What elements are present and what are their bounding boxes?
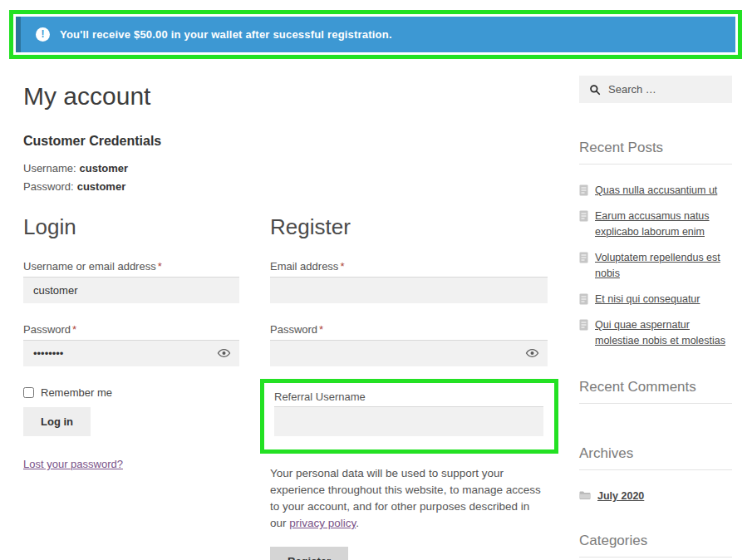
password-value: customer [77,180,126,193]
credential-username-line: Username:customer [23,162,556,174]
content-area: My account Customer Credentials Username… [0,59,752,560]
banner-highlight-box: ! You'll receive $50.00 in your wallet a… [9,10,742,59]
login-username-label-text: Username or email address [23,260,156,273]
register-password-label: Password* [270,323,548,336]
login-username-input[interactable] [23,277,239,303]
login-button[interactable]: Log in [23,407,91,436]
folder-icon [579,490,591,500]
document-icon [579,252,588,263]
referral-username-input[interactable] [274,406,543,436]
post-link[interactable]: Earum accusamus natus explicabo laborum … [595,209,732,240]
password-visibility-eye-icon[interactable] [217,346,231,360]
remember-me-row: Remember me [23,386,239,399]
register-email-label-text: Email address [270,260,338,273]
login-password-input[interactable] [23,340,239,366]
forms-row: Login Username or email address* Passwor… [23,214,556,560]
required-mark: * [340,260,344,273]
post-link[interactable]: Qui quae aspernatur molestiae nobis et m… [595,317,732,349]
sidebar: Recent Posts Quas nulla accusantium ut E… [579,76,732,560]
remember-me-checkbox[interactable] [23,387,34,398]
remember-me-label: Remember me [41,386,112,399]
document-icon [579,319,588,331]
lost-password-link[interactable]: Lost your password? [23,458,123,470]
login-password-label-text: Password [23,323,71,336]
register-email-label: Email address* [270,260,548,273]
required-mark: * [319,323,323,336]
post-link[interactable]: Et nisi qui consequatur [595,292,700,307]
list-item: Et nisi qui consequatur [579,292,732,307]
document-icon [579,184,588,196]
list-item: Voluptatem repellendus est nobis [579,250,732,282]
divider [579,403,732,404]
document-icon [579,210,588,222]
privacy-text-end: . [356,517,359,529]
register-button[interactable]: Register [270,547,348,560]
privacy-policy-link[interactable]: privacy policy [289,517,356,529]
login-username-field: Username or email address* [23,260,239,303]
login-password-field: Password* [23,323,239,366]
register-password-input[interactable] [270,340,548,366]
post-link[interactable]: Quas nulla accusantium ut [595,183,717,199]
list-item: Quas nulla accusantium ut [579,183,732,199]
post-link[interactable]: Voluptatem repellendus est nobis [595,250,732,282]
login-heading: Login [23,214,239,240]
archive-link[interactable]: July 2020 [597,489,644,504]
login-form: Login Username or email address* Passwor… [23,214,239,560]
divider [579,164,732,165]
search-icon [589,84,601,96]
search-input[interactable] [608,83,722,96]
archives-heading: Archives [579,445,732,462]
notice-text: You'll receive $50.00 in your wallet aft… [60,28,392,41]
credentials-heading: Customer Credentials [23,134,556,149]
list-item: July 2020 [579,489,732,504]
categories-widget: Categories [579,533,732,558]
register-password-field: Password* [270,323,548,366]
recent-posts-widget: Recent Posts Quas nulla accusantium ut E… [579,140,732,349]
register-email-field: Email address* [270,260,548,303]
password-visibility-eye-icon[interactable] [525,346,539,360]
required-mark: * [158,260,162,273]
register-form: Register Email address* Password* [270,214,548,560]
document-icon [579,293,588,305]
referral-username-label: Referral Username [274,391,543,403]
archives-list: July 2020 [579,489,732,504]
register-password-label-text: Password [270,323,317,336]
login-password-label: Password* [23,323,239,336]
categories-heading: Categories [579,533,732,549]
search-box[interactable] [579,76,732,103]
recent-posts-heading: Recent Posts [579,140,732,156]
list-item: Qui quae aspernatur molestiae nobis et m… [579,317,732,349]
privacy-notice: Your personal data will be used to suppo… [270,465,548,532]
register-heading: Register [270,214,548,240]
recent-comments-widget: Recent Comments [579,379,732,404]
username-label: Username: [23,162,76,174]
login-username-label: Username or email address* [23,260,239,273]
main-column: My account Customer Credentials Username… [23,76,556,560]
credential-password-line: Password:customer [23,180,556,193]
recent-posts-list: Quas nulla accusantium ut Earum accusamu… [579,183,732,349]
info-icon: ! [36,27,50,42]
recent-comments-heading: Recent Comments [579,379,732,395]
divider [579,557,732,558]
password-label: Password: [23,180,74,193]
list-item: Earum accusamus natus explicabo laborum … [579,209,732,240]
referral-highlight-box: Referral Username [260,379,558,454]
archives-widget: Archives July 2020 [579,445,732,504]
username-value: customer [80,162,129,174]
divider [579,469,732,470]
required-mark: * [72,323,76,336]
register-email-input[interactable] [270,277,548,303]
notice-banner: ! You'll receive $50.00 in your wallet a… [16,17,735,52]
page-title: My account [23,82,556,111]
